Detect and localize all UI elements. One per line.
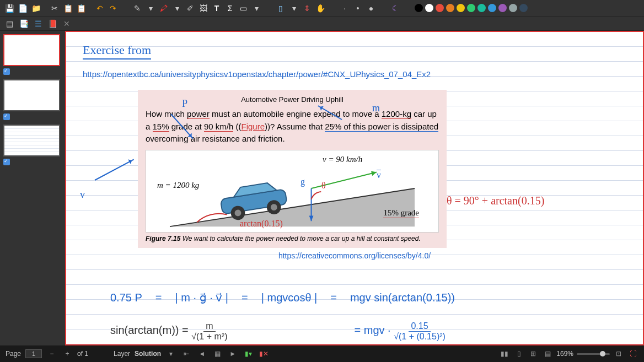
status-bar: Page − + of 1 Layer Solution ▾ ⇤ ◄ ▦ ► ▮… [0,345,644,362]
equation-line-2: sin(arctan(m)) = m√(1 + m²) = mgv · 0.15… [110,321,446,342]
text-tool[interactable]: T [211,2,223,14]
layer-label: Layer [114,350,130,358]
nav-icon[interactable]: ▦ [212,348,223,359]
pen-tool[interactable]: ✎ [131,2,143,14]
theta-annotation: θ [321,181,326,191]
source-url[interactable]: https://opentextbc.ca/universityphysicsv… [83,69,626,79]
page-thumb-1[interactable] [3,34,60,66]
v-label: v = 90 km/h [323,155,362,164]
problem-heading: Automotive Power Driving Uphill [146,95,439,104]
page-sidebar [0,31,65,345]
zoom-slider[interactable] [577,353,610,355]
layer-dropdown[interactable]: ▾ [165,348,176,359]
new-button[interactable]: 📄 [17,2,29,14]
thick-stroke[interactable]: ● [365,2,377,14]
page-prev[interactable]: − [46,348,57,359]
car-diagram: v = 90 km/h m = 1200 kg 15% grade g θ v … [146,150,439,233]
pages-icon[interactable]: 📑 [18,18,30,30]
view-icon[interactable]: ⊡ [613,348,624,359]
vselect-tool[interactable]: ⇕ [301,2,313,14]
nav-prev[interactable]: ◄ [196,348,207,359]
view-icon[interactable]: ▮▮ [499,348,510,359]
problem-text: How much power must an automobile engine… [146,108,439,145]
cc-license-url[interactable]: https://creativecommons.org/licenses/by/… [83,251,626,260]
pdf-icon[interactable]: 📕 [46,18,58,30]
layer-toggle-1[interactable] [3,68,10,75]
v-annotation: v [80,189,85,201]
color-swatch[interactable] [477,4,486,12]
math-tool[interactable]: Σ [224,2,236,14]
page-label: Page [6,350,21,358]
del-page[interactable]: ▮✕ [258,348,269,359]
arrow-v [95,159,135,181]
undo-button[interactable]: ↶ [94,2,106,14]
view-icon[interactable]: ▯ [513,348,524,359]
dropdown-icon[interactable]: ▾ [250,2,262,14]
moon-icon[interactable]: ☾ [389,2,401,14]
panel-icon[interactable]: ▤ [3,18,15,30]
secondary-toolbar: ▤ 📑 ☰ 📕 ✕ [0,17,644,31]
grade-label: 15% grade [383,208,419,218]
dropdown-icon[interactable]: ▾ [288,2,300,14]
shape-tool[interactable]: ▭ [237,2,249,14]
p-annotation: P [182,98,187,110]
hand-tool[interactable]: ✋ [314,2,326,14]
main-toolbar: 💾 📄 📁 ✂ 📋 📋 ↶ ↷ ✎ ▾ 🖍 ▾ ✐ 🖼 T Σ ▭ ▾ ▯ ▾ … [0,0,644,17]
color-swatch[interactable] [467,4,475,12]
color-swatch[interactable] [519,4,528,12]
layer-toggle-3[interactable] [3,159,10,165]
problem-box: Automotive Power Driving Uphill How much… [138,90,447,248]
arctan-annotation: arctan(0.15) [240,219,283,229]
save-button[interactable]: 💾 [3,2,15,14]
add-page[interactable]: ▮▾ [243,348,254,359]
m-annotation: m [372,102,380,114]
page-input[interactable] [25,349,42,358]
exercise-title: Exercise from [83,43,151,60]
nav-next[interactable]: ► [227,348,238,359]
open-button[interactable]: 📁 [30,2,42,14]
figure-link[interactable]: Figure [241,122,265,131]
dropdown-icon[interactable]: ▾ [171,2,183,14]
copy-button[interactable]: 📋 [62,2,74,14]
color-swatch[interactable] [436,4,444,12]
color-swatch[interactable] [509,4,517,12]
color-swatch[interactable] [446,4,454,12]
layer-name[interactable]: Solution [135,350,161,358]
page-thumb-2[interactable] [3,79,60,111]
fullscreen-icon[interactable]: ⛶ [627,348,638,359]
theta-equation: θ = 90° + arctan(0.15) [447,194,544,207]
view-icon[interactable]: ▤ [542,348,553,359]
select-tool[interactable]: ▯ [275,2,287,14]
page-next[interactable]: + [62,348,73,359]
color-swatch[interactable] [498,4,507,12]
figure-caption: Figure 7.15 We want to calculate the pow… [146,235,439,242]
zoom-value: 169% [556,350,573,358]
paste-button[interactable]: 📋 [75,2,87,14]
layers-icon[interactable]: ☰ [32,18,44,30]
highlighter-tool[interactable]: 🖍 [158,2,170,14]
layer-toggle-2[interactable] [3,114,10,120]
color-swatch[interactable] [425,4,433,12]
redo-button[interactable]: ↷ [107,2,119,14]
thin-stroke[interactable]: · [339,2,351,14]
cut-button[interactable]: ✂ [49,2,61,14]
color-swatch[interactable] [488,4,496,12]
nav-first[interactable]: ⇤ [181,348,192,359]
document-canvas[interactable]: Exercise from https://opentextbc.ca/univ… [65,31,644,345]
image-tool[interactable]: 🖼 [197,2,210,14]
color-swatches [414,4,529,12]
close-tab[interactable]: ✕ [61,18,73,30]
m-label: m = 1200 kg [157,181,199,190]
page-thumb-3[interactable] [3,125,60,156]
g-annotation: g [300,177,305,187]
v-vec-annotation: v [377,170,381,180]
med-stroke[interactable]: • [352,2,364,14]
equation-line-1: 0.75 P= | m · g⃗ · v⃗ |= | mgvcosθ |= mg… [110,291,455,304]
dropdown-icon[interactable]: ▾ [144,2,157,14]
color-swatch[interactable] [415,4,423,12]
page-total: of 1 [77,350,88,358]
eraser-tool[interactable]: ✐ [184,2,196,14]
view-icon[interactable]: ⊞ [528,348,539,359]
color-swatch[interactable] [457,4,465,12]
